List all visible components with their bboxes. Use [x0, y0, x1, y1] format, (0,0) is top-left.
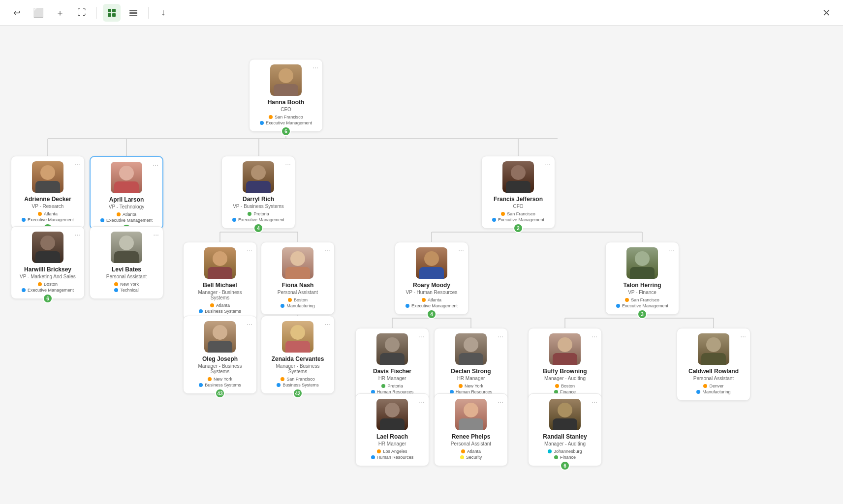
node-menu-zenaida[interactable]: ···: [324, 320, 330, 328]
expand-button[interactable]: ⛶: [73, 4, 91, 22]
title-harwilll: VP - Marketing And Sales: [16, 274, 79, 279]
download-button[interactable]: ↓: [155, 4, 172, 22]
name-randall: Randall Stanley: [533, 433, 596, 440]
avatar-caldwell: [698, 333, 729, 365]
node-caldwell[interactable]: ··· Caldwell Rowland Personal Assistant …: [677, 328, 750, 401]
badge-harwilll[interactable]: 6: [43, 294, 53, 303]
dot-33: [555, 384, 559, 388]
node-zenaida[interactable]: ··· Zenaida Cervantes Manager - Business…: [261, 316, 335, 394]
meta-loc-hanna: San Francisco: [254, 115, 317, 119]
screenshot-button[interactable]: ⬜: [30, 4, 47, 22]
dot-27: [459, 384, 463, 388]
node-davis[interactable]: ··· Davis Fischer HR Manager Pretoria Hu…: [355, 328, 429, 401]
node-menu-francis[interactable]: ···: [545, 160, 551, 168]
badge-darryl[interactable]: 4: [253, 223, 263, 233]
separator-1: [96, 7, 97, 19]
avatar-zenaida: [282, 321, 313, 353]
add-button[interactable]: ＋: [51, 4, 69, 22]
avatar-fiona: [282, 247, 313, 279]
node-menu-talon[interactable]: ···: [669, 246, 675, 254]
node-fiona[interactable]: ··· Fiona Nash Personal Assistant Boston…: [261, 242, 335, 315]
node-menu-renee[interactable]: ···: [498, 398, 503, 406]
badge-hanna[interactable]: 6: [281, 126, 291, 136]
dot-dept-hanna: [260, 121, 264, 125]
node-lael[interactable]: ··· Lael Roach HR Manager Los Angeles Hu…: [355, 393, 429, 466]
node-menu-oleg[interactable]: ···: [247, 320, 252, 328]
name-fiona: Fiona Nash: [266, 282, 329, 289]
node-menu-lael[interactable]: ···: [419, 398, 425, 406]
node-hanna[interactable]: ··· Hanna Booth CEO San Francisco Execut…: [249, 59, 323, 132]
dot-4: [22, 288, 26, 292]
node-menu-levi[interactable]: ···: [153, 231, 159, 238]
node-levi[interactable]: ··· Levi Bates Personal Assistant New Yo…: [90, 226, 163, 299]
badge-randall[interactable]: 6: [560, 461, 570, 471]
badge-zenaida[interactable]: 42: [293, 388, 303, 398]
node-menu-hanna[interactable]: ···: [312, 63, 318, 71]
node-menu-darryl[interactable]: ···: [285, 160, 291, 168]
node-menu-randall[interactable]: ···: [592, 398, 597, 406]
avatar-levi: [111, 232, 142, 263]
org-chart-canvas: ··· Hanna Booth CEO San Francisco Execut…: [0, 26, 843, 504]
node-menu-bell[interactable]: ···: [247, 246, 252, 254]
name-buffy: Buffy Browning: [533, 368, 596, 375]
name-oleg: Oleg Joseph: [188, 356, 251, 362]
dot-18: [277, 383, 281, 387]
node-talon[interactable]: ··· Talon Herring VP - Finance San Franc…: [605, 242, 679, 315]
badge-francis[interactable]: 2: [513, 223, 523, 233]
avatar-francis: [502, 161, 534, 193]
dot-32: [460, 455, 464, 459]
badge-roary[interactable]: 4: [427, 309, 437, 319]
node-menu-april[interactable]: ···: [153, 161, 158, 169]
avatar-lael: [376, 399, 408, 430]
view-list-button[interactable]: [125, 4, 142, 22]
title-adrienne: VP - Research: [16, 204, 79, 209]
node-april[interactable]: ··· April Larson VP - Technology Atlanta…: [90, 156, 163, 230]
node-harwilll[interactable]: ··· Harwilll Bricksey VP - Marketing And…: [11, 226, 85, 299]
avatar-declan: [455, 333, 487, 365]
node-bell[interactable]: ··· Bell Michael Manager - Business Syst…: [183, 242, 257, 320]
avatar-bell: [204, 247, 236, 279]
node-renee[interactable]: ··· Renee Phelps Personal Assistant Atla…: [434, 393, 508, 466]
dot-30: [371, 455, 375, 459]
node-francis[interactable]: ··· Francis Jefferson CFO San Francisco …: [481, 156, 555, 229]
title-randall: Manager - Auditing: [533, 441, 596, 446]
dot-22: [406, 304, 409, 308]
title-darryl: VP - Business Systems: [227, 204, 290, 209]
badge-oleg[interactable]: 43: [215, 388, 225, 398]
node-menu-davis[interactable]: ···: [419, 332, 425, 340]
node-declan[interactable]: ··· Declan Strong HR Manager New York Hu…: [434, 328, 508, 401]
close-button[interactable]: ✕: [817, 4, 835, 22]
node-darryl[interactable]: ··· Darryl Rich VP - Business Systems Pr…: [221, 156, 295, 229]
dot-16: [199, 383, 203, 387]
name-lael: Lael Roach: [361, 433, 424, 440]
svg-rect-1: [112, 9, 116, 12]
avatar-davis: [376, 333, 408, 365]
node-menu-roary[interactable]: ···: [458, 246, 464, 254]
title-talon: VP - Finance: [611, 290, 674, 295]
name-hanna: Hanna Booth: [254, 99, 317, 106]
title-hanna: CEO: [254, 107, 317, 112]
node-oleg[interactable]: ··· Oleg Joseph Manager - Business Syste…: [183, 316, 257, 394]
dot-11: [210, 303, 214, 307]
node-menu-declan[interactable]: ···: [498, 332, 503, 340]
node-roary[interactable]: ··· Roary Moody VP - Human Resources Atl…: [395, 242, 468, 315]
node-menu-harwilll[interactable]: ···: [74, 231, 80, 238]
dot-35: [703, 384, 707, 388]
node-buffy[interactable]: ··· Buffy Browning Manager - Auditing Bo…: [528, 328, 602, 401]
node-menu-caldwell[interactable]: ···: [740, 332, 746, 340]
node-randall[interactable]: ··· Randall Stanley Manager - Auditing J…: [528, 393, 602, 466]
name-levi: Levi Bates: [95, 266, 158, 273]
title-declan: HR Manager: [439, 376, 502, 381]
avatar-darryl: [243, 161, 274, 193]
dot-17: [281, 377, 284, 381]
node-menu-fiona[interactable]: ···: [324, 246, 330, 254]
dot-37: [548, 449, 552, 453]
undo-button[interactable]: ↩: [8, 4, 26, 22]
view-grid-button[interactable]: [103, 4, 121, 22]
name-april: April Larson: [95, 196, 157, 203]
node-menu-buffy[interactable]: ···: [592, 332, 597, 340]
svg-rect-2: [108, 13, 111, 17]
badge-talon[interactable]: 3: [637, 309, 647, 319]
node-menu-adrienne[interactable]: ···: [74, 160, 80, 168]
node-adrienne[interactable]: ··· Adrienne Decker VP - Research Atlant…: [11, 156, 85, 229]
